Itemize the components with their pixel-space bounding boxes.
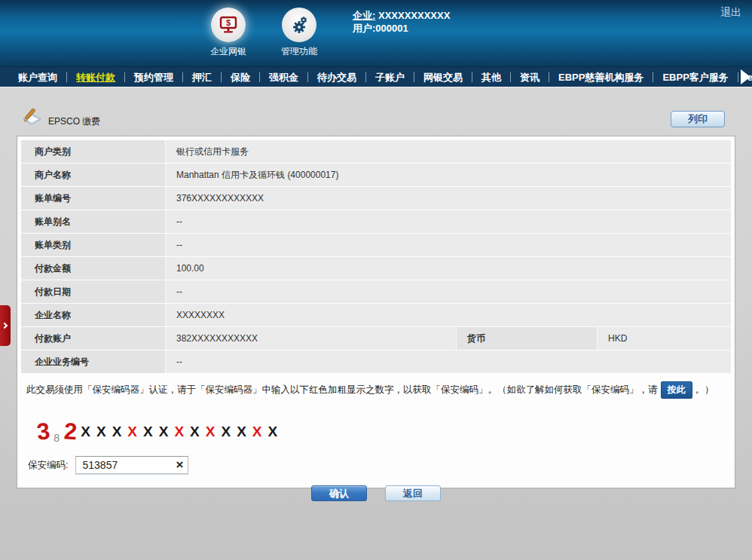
nav-item-ebpp-charity[interactable]: EBPP慈善机构服务 bbox=[549, 72, 653, 82]
admin-functions-shortcut[interactable]: 管理功能 bbox=[265, 8, 333, 58]
side-panel-tab[interactable] bbox=[0, 305, 11, 346]
detail-label: 账单类别 bbox=[21, 234, 166, 256]
nav-item-information[interactable]: 资讯 bbox=[511, 72, 549, 82]
security-code-input[interactable] bbox=[75, 456, 188, 474]
security-code-row: 保安编码: × bbox=[28, 456, 726, 475]
clear-input-icon[interactable]: × bbox=[176, 457, 184, 473]
nav-item-trade[interactable]: 押汇 bbox=[183, 72, 222, 82]
nav-item-others[interactable]: 其他 bbox=[472, 72, 511, 82]
instruction-suffix: 。） bbox=[695, 384, 714, 395]
challenge-char: X bbox=[174, 424, 184, 440]
table-row: 账单别名-- bbox=[21, 210, 731, 233]
nav-item-insurance[interactable]: 保险 bbox=[222, 72, 260, 82]
confirm-button[interactable]: 确认 bbox=[311, 485, 367, 501]
detail-label: 企业业务编号 bbox=[21, 350, 166, 373]
app-header: $ 企业网银 bbox=[0, 0, 752, 66]
detail-label: 企业名称 bbox=[21, 304, 166, 326]
detail-value: 376XXXXXXXXXXXX bbox=[166, 187, 731, 210]
challenge-char: X bbox=[159, 424, 169, 440]
detail-label: 账单编号 bbox=[21, 187, 166, 210]
challenge-char: X bbox=[143, 424, 153, 440]
challenge-char: X bbox=[221, 424, 231, 440]
logout-link[interactable]: 退出 bbox=[720, 6, 741, 20]
table-row-payment-account: 付款账户 382XXXXXXXXXXX 货币 HKD bbox=[21, 327, 731, 350]
nav-item-scheduled-management[interactable]: 预约管理 bbox=[125, 72, 183, 82]
detail-label: 账单别名 bbox=[21, 210, 166, 233]
nav-item-pending-transactions[interactable]: 待办交易 bbox=[308, 72, 366, 82]
print-button[interactable]: 列印 bbox=[671, 111, 725, 127]
detail-label: 付款日期 bbox=[21, 280, 166, 303]
detail-value: -- bbox=[166, 210, 731, 233]
company-label: 企业: bbox=[353, 10, 375, 21]
instruction-prefix: 此交易须使用「保安编码器」认证，请于「保安编码器」中输入以下红色加粗显示之数字，… bbox=[26, 384, 658, 395]
action-buttons: 确认 返回 bbox=[26, 485, 726, 501]
detail-value: -- bbox=[166, 234, 731, 256]
challenge-char: X bbox=[237, 424, 246, 440]
main-nav: 账户查询 转账付款 预约管理 押汇 保险 强积金 待办交易 子账户 网银交易 其… bbox=[0, 66, 752, 87]
nav-item-ebpp-customer[interactable]: EBPP客户服务 bbox=[653, 72, 738, 82]
detail-value: XXXXXXXX bbox=[166, 304, 731, 326]
nav-more-arrow-icon[interactable] bbox=[741, 69, 750, 84]
challenge-char: X bbox=[252, 424, 262, 440]
security-code-label: 保安编码: bbox=[28, 459, 68, 472]
corporate-ebanking-label: 企业网银 bbox=[194, 45, 262, 58]
company-line: 企业: XXXXXXXXXXX bbox=[353, 9, 450, 22]
challenge-char: 3 bbox=[35, 418, 51, 446]
challenge-char: 2 bbox=[63, 418, 78, 445]
detail-value: 银行或信用卡服务 bbox=[166, 140, 731, 163]
challenge-char: X bbox=[112, 424, 122, 440]
security-instruction: 此交易须使用「保安编码器」认证，请于「保安编码器」中输入以下红色加粗显示之数字，… bbox=[26, 381, 726, 399]
gears-icon bbox=[282, 8, 316, 42]
security-code-input-wrap: × bbox=[75, 456, 188, 475]
nav-item-account-enquiry[interactable]: 账户查询 bbox=[9, 72, 67, 82]
challenge-char: X bbox=[81, 424, 90, 440]
nav-item-sub-accounts[interactable]: 子账户 bbox=[366, 72, 414, 82]
challenge-char: X bbox=[206, 424, 216, 440]
challenge-char: X bbox=[127, 424, 137, 440]
page-title-bar: EPSCO 缴费 列印 bbox=[0, 87, 752, 136]
details-table: 商户类别银行或信用卡服务 商户名称Manhattan 信用卡及循环钱 (4000… bbox=[21, 140, 731, 373]
currency-label: 货币 bbox=[457, 327, 598, 350]
corporate-ebanking-shortcut[interactable]: $ 企业网银 bbox=[194, 8, 262, 58]
page-title: EPSCO 缴费 bbox=[48, 115, 100, 128]
challenge-char: 8 bbox=[53, 432, 60, 444]
table-row: 商户名称Manhattan 信用卡及循环钱 (400000017) bbox=[21, 164, 731, 186]
svg-text:$: $ bbox=[226, 18, 231, 27]
table-row: 企业名称XXXXXXXX bbox=[21, 304, 731, 326]
user-label: 用户: bbox=[353, 23, 375, 34]
challenge-digits: 3 8 2 X X X X X X X X X X X X X bbox=[37, 415, 726, 448]
challenge-char: X bbox=[268, 424, 278, 440]
detail-value: Manhattan 信用卡及循环钱 (400000017) bbox=[166, 164, 731, 186]
table-row: 付款金额100.00 bbox=[21, 257, 731, 280]
detail-label: 付款账户 bbox=[21, 327, 166, 350]
admin-functions-label: 管理功能 bbox=[265, 45, 333, 58]
currency-value: HKD bbox=[598, 327, 731, 350]
table-row: 账单编号376XXXXXXXXXXXX bbox=[21, 187, 731, 210]
nav-item-transfer-payment[interactable]: 转账付款 bbox=[67, 72, 125, 82]
table-row: 账单类别-- bbox=[21, 234, 731, 256]
challenge-char: X bbox=[190, 424, 200, 440]
nav-item-mpf[interactable]: 强积金 bbox=[260, 72, 308, 82]
chevron-right-icon bbox=[2, 323, 8, 329]
back-button[interactable]: 返回 bbox=[385, 485, 441, 501]
compose-pencil-icon bbox=[21, 109, 44, 132]
detail-label: 商户名称 bbox=[21, 164, 166, 186]
company-value: XXXXXXXXXXX bbox=[378, 10, 450, 21]
user-info: 企业: XXXXXXXXXXX 用户:000001 bbox=[353, 9, 450, 35]
monitor-dollar-icon: $ bbox=[211, 8, 246, 42]
nav-item-ebanking-transactions[interactable]: 网银交易 bbox=[414, 72, 472, 82]
security-section: 此交易须使用「保安编码器」认证，请于「保安编码器」中输入以下红色加粗显示之数字，… bbox=[17, 374, 735, 501]
content-panel: 商户类别银行或信用卡服务 商户名称Manhattan 信用卡及循环钱 (4000… bbox=[17, 136, 735, 488]
epsco-payment-screen: $ 企业网银 bbox=[0, 0, 752, 560]
help-button[interactable]: 按此 bbox=[661, 381, 692, 399]
user-value: 000001 bbox=[375, 23, 408, 34]
table-row: 企业业务编号-- bbox=[21, 350, 731, 373]
payment-account-value: 382XXXXXXXXXXX bbox=[166, 327, 457, 350]
detail-label: 商户类别 bbox=[21, 140, 166, 163]
detail-label: 付款金额 bbox=[21, 257, 166, 280]
challenge-char: X bbox=[96, 424, 106, 440]
table-row: 商户类别银行或信用卡服务 bbox=[21, 140, 731, 163]
detail-value: 100.00 bbox=[166, 257, 731, 280]
table-row: 付款日期-- bbox=[21, 280, 731, 303]
detail-value: -- bbox=[166, 280, 731, 303]
